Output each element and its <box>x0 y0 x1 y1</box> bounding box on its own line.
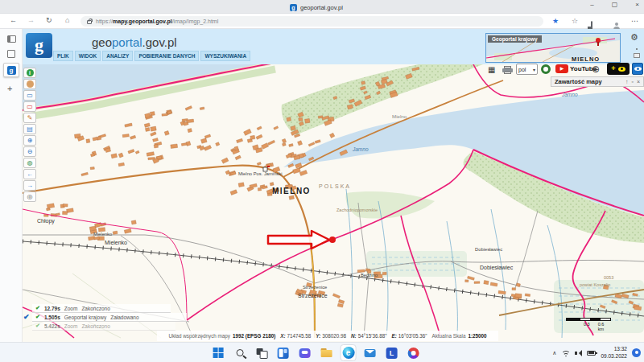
chat-icon <box>299 348 311 358</box>
map-label: MIELNO <box>272 187 311 195</box>
menu-analizy[interactable]: ANALIZY <box>102 51 133 61</box>
language-select[interactable]: pol▾ <box>516 64 538 75</box>
wifi-icon[interactable] <box>561 349 570 356</box>
favorite-star-icon[interactable]: ★ <box>552 17 559 25</box>
window-close-button[interactable]: × <box>635 1 639 8</box>
battery-icon[interactable] <box>587 351 596 356</box>
back-icon[interactable]: ← <box>10 16 17 24</box>
sidebar-page-icon[interactable] <box>7 50 15 58</box>
chat-button[interactable] <box>297 344 313 361</box>
selected-location-marker[interactable] <box>329 237 336 243</box>
search-button[interactable] <box>232 344 248 361</box>
panel-dot-icon <box>636 48 638 50</box>
l-app-icon: L <box>386 348 398 359</box>
map-label: Mielenko <box>105 240 127 245</box>
youtube-button[interactable]: ▶ YouTube <box>555 64 597 73</box>
map-label: Zachodniopomorskie <box>336 208 378 212</box>
status-message: ✔12.79sZoomZakończono <box>32 304 171 313</box>
media-app-button[interactable] <box>406 344 422 361</box>
identify-tool[interactable] <box>23 79 36 89</box>
l-app-button[interactable]: L <box>384 344 400 361</box>
map-label: Dobiesławiec <box>475 247 502 252</box>
measure-area-tool[interactable]: ▤ <box>23 124 36 134</box>
panel-window-icon[interactable]: ▫ <box>631 79 633 84</box>
mail-icon <box>365 349 376 357</box>
geoportal-logo-icon[interactable]: g <box>26 33 52 58</box>
mail-button[interactable] <box>362 344 378 361</box>
full-extent-tool[interactable]: ◍ <box>23 158 36 168</box>
forward-icon[interactable]: → <box>27 16 35 24</box>
compass-button[interactable] <box>541 64 551 74</box>
previous-view-tool[interactable]: ← <box>23 169 36 179</box>
map-label: Jamno <box>561 92 578 97</box>
map-label: Strzeżenice <box>298 293 328 298</box>
zoom-out-tool[interactable]: ⊖ <box>23 146 36 157</box>
sidebar-toggle-icon[interactable] <box>7 35 16 43</box>
sidebar-geoportal-shortcut[interactable]: g <box>3 63 19 77</box>
address-bar[interactable]: https://mapy.geoportal.gov.pl/imap/Imgp_… <box>80 16 543 27</box>
windows-taskbar: e L ∧ 13:3209.03.2022 <box>0 342 644 362</box>
edge-sidebar: g + <box>0 29 23 342</box>
home-icon[interactable]: ⌂ <box>65 16 69 24</box>
clock[interactable]: 13:3209.03.2022 <box>601 346 627 360</box>
tab-title: geoportal.gov.pl <box>300 4 343 11</box>
map-label: Będzino <box>361 273 378 278</box>
panel-close-icon[interactable]: × <box>637 79 640 84</box>
browser-tab[interactable]: g geoportal.gov.pl <box>290 2 343 13</box>
map-toolbar: i▭▭✎▤⊕⊖◍←→◎ <box>23 68 37 202</box>
print-icon[interactable] <box>502 66 513 74</box>
volume-icon[interactable] <box>575 350 582 356</box>
zoom-in-tool[interactable]: ⊕ <box>23 135 36 146</box>
globe-icon[interactable]: ⊕ <box>592 64 600 75</box>
more-menu-icon[interactable]: ⋯ <box>631 17 638 25</box>
next-view-tool[interactable]: → <box>23 180 36 191</box>
panel-up-icon[interactable]: ↑ <box>625 79 629 84</box>
menu-plik[interactable]: PLIK <box>53 51 73 61</box>
locate-tool[interactable]: ◎ <box>23 191 36 202</box>
menu-widok[interactable]: WIDOK <box>75 51 101 61</box>
media-app-icon <box>408 348 419 359</box>
notification-bell-icon[interactable] <box>632 348 641 357</box>
panel-collapse-icon[interactable] <box>634 53 640 58</box>
youtube-play-icon: ▶ <box>555 64 568 73</box>
task-view-button[interactable] <box>254 344 270 361</box>
map-label: Strzeżenice <box>303 285 327 290</box>
widgets-button[interactable] <box>275 344 291 361</box>
draw-tool[interactable]: ✎ <box>23 113 36 123</box>
high-contrast-button[interactable]: + <box>607 63 630 75</box>
main-menu: PLIKWIDOKANALIZYPOBIERANIE DANYCHWYSZUKI… <box>53 51 250 61</box>
folder-icon <box>321 348 332 357</box>
qr-code-icon[interactable]: ▦ <box>488 65 495 74</box>
settings-gear-icon[interactable]: ⚙ <box>630 32 638 43</box>
app-title: geoportal.gov.pl <box>92 35 177 50</box>
collections-icon[interactable]: ☆ <box>572 17 578 25</box>
select-rect-blue-tool[interactable]: ▭ <box>23 90 36 101</box>
select-rect-red-tool[interactable]: ▭ <box>23 101 36 112</box>
map-label: Dobiesławiec <box>480 265 514 270</box>
chevron-down-icon: ▾ <box>533 67 535 72</box>
reload-icon[interactable]: ↻ <box>46 16 52 24</box>
task-view-icon <box>257 348 266 357</box>
edge-browser-button[interactable]: e <box>341 344 357 361</box>
map-label: Jamno <box>352 146 369 152</box>
status-message-list: ✔12.79sZoomZakończono✔1.505sGeoportal kr… <box>32 304 187 331</box>
menu-pobieranie-danych[interactable]: POBIERANIE DANYCH <box>134 51 199 61</box>
map-canvas[interactable]: ChłopyMielenkoMielenkoMielno Pos. Jamińs… <box>23 64 644 342</box>
search-icon <box>236 349 243 356</box>
window-minimize-button[interactable]: – <box>590 1 593 8</box>
map-contents-panel[interactable]: Zawartość mapy ↑ ▫ × <box>551 76 644 87</box>
start-button[interactable] <box>210 344 226 361</box>
tray-chevron-icon[interactable]: ∧ <box>552 350 556 356</box>
sidebar-add-icon[interactable]: + <box>7 84 12 93</box>
url-text: https://mapy.geoportal.gov.pl/imap/Imgp_… <box>96 19 218 24</box>
visibility-button[interactable] <box>632 63 643 75</box>
map-scalebar: 0.30.6 km <box>566 318 611 321</box>
minimap-marker-icon <box>596 38 601 43</box>
window-maximize-button[interactable]: ▢ <box>612 1 618 8</box>
map-label: Mielno Pos. Jamiński <box>238 171 282 176</box>
info-tool[interactable]: i <box>23 68 36 78</box>
file-explorer-button[interactable] <box>319 344 335 361</box>
overview-minimap[interactable]: Geoportal krajowy MIELNO <box>485 33 621 63</box>
screen: g geoportal.gov.pl – ▢ × ← → ↻ ⌂ https:/… <box>0 0 644 362</box>
menu-wyszukiwania[interactable]: WYSZUKIWANIA <box>200 51 250 61</box>
